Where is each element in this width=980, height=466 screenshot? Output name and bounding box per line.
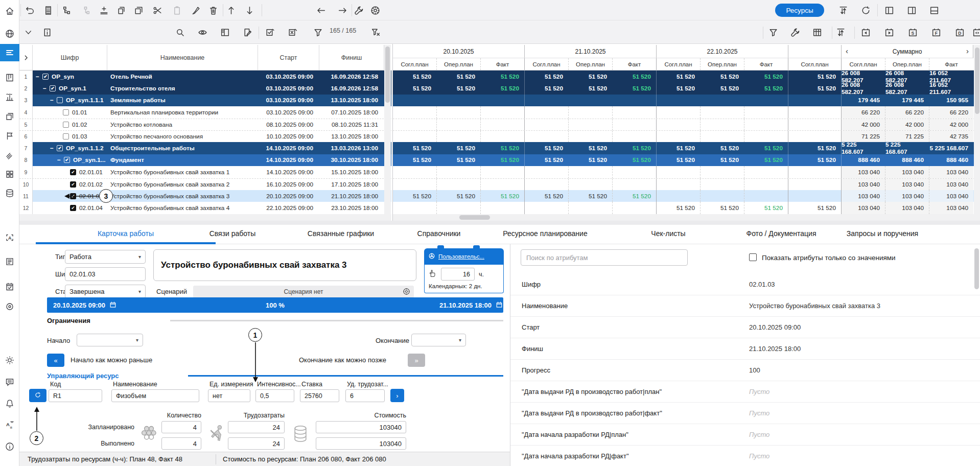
subcol-header[interactable]: Согл.план: [657, 58, 701, 70]
vertical-scrollbar[interactable]: [384, 45, 391, 214]
swap-vertical-icon[interactable]: [832, 24, 849, 41]
table-row[interactable]: 9✔02.01.01Устройство буронабивных свай з…: [19, 166, 391, 178]
row-checkbox[interactable]: ✔: [57, 145, 63, 151]
subcol-header[interactable]: Опер.план: [437, 58, 481, 70]
done-cost-input[interactable]: 103040: [316, 437, 406, 450]
add-subtask-icon[interactable]: [77, 2, 94, 19]
horizontal-splitter[interactable]: [19, 221, 980, 225]
info-box-icon[interactable]: [38, 24, 56, 41]
panel-icon[interactable]: [216, 24, 234, 41]
status-select[interactable]: Завершена▾: [65, 285, 146, 298]
table-row[interactable]: 12✔02.01.04Устройство буронабивных свай …: [19, 202, 391, 214]
hours-input[interactable]: 16: [441, 268, 475, 281]
sidebar-item-database[interactable]: [0, 184, 19, 202]
sidebar-item-home[interactable]: [0, 3, 19, 20]
sidebar-item-globe[interactable]: [0, 25, 19, 42]
duplicate-icon[interactable]: [112, 2, 130, 19]
scenario-bar[interactable]: Сценария нет: [193, 286, 414, 298]
filter-clear-icon[interactable]: [367, 24, 384, 41]
work-title-input[interactable]: Устройство буронабивных свай захватка 3: [153, 249, 416, 281]
tree-toggle[interactable]: −: [36, 73, 41, 80]
tab-5[interactable]: Чек-листы: [651, 229, 685, 238]
table-row[interactable]: 401.01Вертикальная планировка территории…: [19, 106, 391, 118]
sidebar-item-chart[interactable]: [0, 88, 19, 106]
row-checkbox[interactable]: ✔: [50, 85, 56, 91]
calendar-icon[interactable]: [109, 300, 117, 310]
done-labor-input[interactable]: 24: [228, 437, 285, 450]
grid-row[interactable]: 103 040103 040103 040: [393, 166, 980, 178]
tab-3[interactable]: Справочники: [417, 229, 461, 238]
row-checkbox[interactable]: [63, 133, 69, 139]
edit-note-icon[interactable]: [239, 24, 256, 41]
row-checkbox[interactable]: [57, 97, 63, 103]
table-row[interactable]: 8−✔OP_syn.1...Фундамент14.10.2025 09:003…: [19, 154, 391, 166]
resource-input-2[interactable]: нет: [208, 389, 250, 402]
tree-toggle[interactable]: −: [57, 156, 63, 164]
cal-next-icon[interactable]: [880, 24, 898, 41]
cal-d-icon[interactable]: D: [951, 24, 968, 41]
tab-7[interactable]: Запросы и поручения: [847, 229, 918, 238]
search-icon[interactable]: [171, 24, 189, 41]
constraint-end-select[interactable]: ▾: [411, 334, 466, 346]
attribute-row[interactable]: Финиш21.10.2025 18:00: [510, 338, 980, 360]
layout-left-icon[interactable]: [880, 2, 898, 19]
user-fields-link[interactable]: Пользовательс...: [438, 253, 484, 260]
filter-icon[interactable]: [309, 24, 326, 41]
grid-row[interactable]: 51 52051 52051 52051 52051 52051 52051 5…: [393, 71, 980, 82]
grid-row[interactable]: 42 00042 00042 000: [393, 119, 980, 130]
columns-icon[interactable]: [808, 24, 826, 41]
grid-row[interactable]: 71 22571 22542 735: [393, 130, 980, 142]
cal-fit-icon[interactable]: [968, 24, 980, 41]
table-row[interactable]: 1−✔OP_synОтель Речной03.10.2025 09:0016.…: [19, 71, 391, 82]
table-row[interactable]: 2−✔OP_syn.1Строительство отеля03.10.2025…: [19, 82, 391, 94]
table-row[interactable]: 501.02Устройство котлована08.10.2025 09:…: [19, 119, 391, 130]
attribute-row[interactable]: Шифр02.01.03: [510, 274, 980, 295]
caret-down-icon[interactable]: [19, 24, 37, 41]
grid-row[interactable]: 179 445179 445150 955: [393, 95, 980, 106]
sidebar-item-kanban[interactable]: [0, 69, 19, 86]
column-header-1[interactable]: Наименование: [107, 45, 258, 70]
sidebar-item-bell[interactable]: [0, 395, 19, 412]
layout-right-icon[interactable]: [903, 2, 920, 19]
grid-row[interactable]: 51 52051 52051 52051 52051 52051 520103 …: [393, 190, 980, 202]
sidebar-item-flag[interactable]: [0, 127, 19, 145]
subcol-header-summary[interactable]: Согл.план: [842, 58, 885, 70]
tab-4[interactable]: Ресурсное планирование: [503, 229, 587, 238]
tab-2[interactable]: Связанные графики: [308, 229, 374, 238]
resource-input-3[interactable]: 0,5: [255, 389, 294, 402]
code-input[interactable]: 02.01.03: [65, 267, 146, 281]
gear-icon[interactable]: [402, 287, 411, 297]
resource-input-5[interactable]: 6: [345, 389, 385, 402]
cal-prev-icon[interactable]: [857, 24, 874, 41]
refresh-icon[interactable]: [857, 2, 874, 19]
add-row-icon[interactable]: [95, 2, 112, 19]
move-down-icon[interactable]: [241, 2, 258, 19]
refresh-resource-button[interactable]: [29, 389, 46, 402]
subcol-header-summary[interactable]: Опер.план: [885, 58, 929, 70]
move-up-icon[interactable]: [222, 2, 240, 19]
summary-next-icon[interactable]: ›: [966, 46, 969, 55]
grid-row[interactable]: 51 52051 52051 52051 52051 52051 52051 5…: [393, 142, 980, 154]
vertical-scrollbar[interactable]: [974, 45, 980, 214]
subcol-header[interactable]: Факт: [481, 58, 525, 70]
eye-icon[interactable]: [194, 24, 211, 41]
cal-f-icon[interactable]: F: [927, 24, 945, 41]
alap-button[interactable]: »: [408, 354, 425, 367]
sidebar-item-info-circle[interactable]: [0, 438, 19, 455]
grid-row[interactable]: 66 22066 22066 220: [393, 106, 980, 118]
row-checkbox[interactable]: ✔: [70, 181, 76, 188]
move-right-icon[interactable]: [334, 2, 351, 19]
tree-toggle[interactable]: −: [50, 97, 56, 104]
grid-row[interactable]: 51 52051 52051 52051 52051 52051 52051 5…: [393, 82, 980, 94]
table-row[interactable]: 11✔02.01.03Устройство буронабивных свай …: [19, 190, 391, 202]
resource-input-0[interactable]: R1: [49, 389, 102, 402]
attribute-row[interactable]: "Дата начала разработки РД|факт"Пусто: [510, 446, 980, 466]
row-checkbox[interactable]: ✔: [70, 193, 76, 199]
delete-icon[interactable]: [204, 2, 222, 19]
tab-1[interactable]: Связи работы: [209, 229, 256, 238]
resource-next-button[interactable]: ›: [390, 389, 404, 402]
check-off-icon[interactable]: [284, 24, 301, 41]
row-checkbox[interactable]: [63, 122, 69, 128]
type-select[interactable]: Работа▾: [65, 250, 146, 264]
attribute-row[interactable]: "Дата начала разработки РД|план"Пусто: [510, 424, 980, 446]
